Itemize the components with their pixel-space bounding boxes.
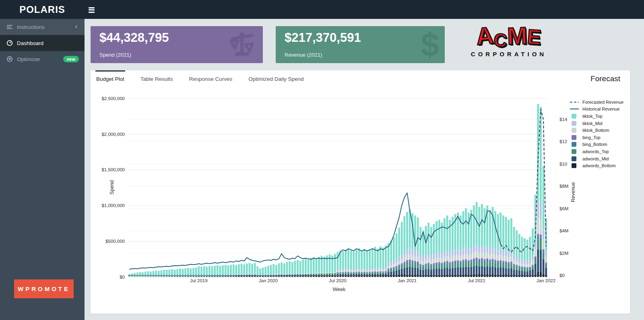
arrow-up-circle-icon: [6, 56, 13, 62]
svg-text:$0: $0: [559, 273, 565, 278]
legend-item-tiktok-bottom[interactable]: tiktok_Bottom: [568, 127, 629, 134]
top-bar: POLARIS: [0, 0, 644, 19]
acme-corporation-logo: ACME CORPORATION: [454, 24, 564, 63]
app-logo: POLARIS: [0, 0, 85, 19]
legend-label: Historical Revenue: [582, 107, 619, 111]
revenue-kpi-value: $217,370,591: [285, 31, 361, 45]
svg-text:Jan 2021: Jan 2021: [398, 278, 417, 283]
collapse-chevron-icon[interactable]: ‹: [75, 23, 77, 30]
balance-scale-icon: [227, 29, 257, 60]
dashboard-panel: Budget Plot Table Results Response Curve…: [91, 70, 630, 314]
color-swatch: [568, 135, 580, 140]
svg-text:$6M: $6M: [559, 206, 568, 211]
solid-line-sample: [568, 107, 580, 111]
budget-plot-chart[interactable]: $2,500,000$2,000,000$1,500,000$1,000,000…: [97, 92, 628, 311]
sidebar-item-instructions[interactable]: Instructions ‹: [0, 19, 85, 35]
tab-budget-plot[interactable]: Budget Plot: [95, 70, 125, 86]
legend-item-forecasted revenue[interactable]: Forecasted Revenue: [568, 98, 629, 106]
color-swatch: [568, 156, 580, 161]
svg-text:$4M: $4M: [559, 228, 568, 233]
color-swatch: [568, 163, 580, 168]
legend-label: adwords_Bottom: [582, 163, 616, 168]
spend-kpi-value: $44,328,795: [99, 31, 169, 45]
color-swatch: [568, 114, 580, 119]
legend-label: tiktok_Mid: [582, 121, 603, 126]
sidebar-item-label: Instructions: [17, 24, 45, 30]
svg-text:$2,500,000: $2,500,000: [101, 96, 125, 101]
chart-legend: Forecasted RevenueHistorical Revenuetikt…: [568, 98, 629, 169]
legend-label: tiktok_Bottom: [582, 128, 609, 133]
dashed-line-sample: [568, 100, 580, 104]
svg-text:$2,000,000: $2,000,000: [101, 132, 125, 137]
wpromote-logo: WPROMOTE: [14, 279, 74, 298]
svg-text:$2M: $2M: [559, 251, 568, 256]
color-swatch: [568, 128, 580, 133]
hamburger-menu-icon[interactable]: [89, 6, 95, 13]
tab-table-results[interactable]: Table Results: [140, 70, 174, 86]
legend-label: adwords_Mid: [582, 156, 609, 161]
svg-text:$10: $10: [559, 162, 567, 166]
sidebar-item-label: Dashboard: [17, 40, 43, 46]
svg-text:$500,000: $500,000: [105, 239, 125, 244]
sidebar: Instructions ‹ Dashboard Optimizer new W…: [0, 19, 85, 320]
acme-subtitle: CORPORATION: [454, 51, 564, 57]
legend-label: adwords_Top: [582, 149, 609, 154]
svg-text:$8M: $8M: [559, 184, 568, 189]
svg-text:Revenue: Revenue: [570, 182, 576, 202]
new-badge: new: [63, 56, 79, 62]
sidebar-item-label: Optimizer: [17, 56, 40, 62]
legend-item-adwords-mid[interactable]: adwords_Mid: [568, 155, 629, 162]
legend-label: tiktok_Top: [582, 114, 603, 119]
legend-item-tiktok-mid[interactable]: tiktok_Mid: [568, 120, 629, 127]
dollar-icon: $: [421, 28, 439, 61]
legend-item-adwords-top[interactable]: adwords_Top: [568, 148, 629, 155]
tab-response-curves[interactable]: Response Curves: [188, 70, 233, 86]
legend-item-bing-bottom[interactable]: bing_Bottom: [568, 141, 629, 148]
legend-item-adwords-bottom[interactable]: adwords_Bottom: [568, 162, 629, 169]
color-swatch: [568, 142, 580, 147]
spend-kpi-label: Spend (2021): [99, 52, 131, 58]
svg-text:Jul 2019: Jul 2019: [190, 278, 207, 283]
color-swatch: [568, 149, 580, 154]
legend-item-bing-top[interactable]: bing_Top: [568, 134, 629, 141]
tab-bar: Budget Plot Table Results Response Curve…: [91, 70, 319, 86]
sidebar-item-dashboard[interactable]: Dashboard: [0, 35, 85, 51]
svg-text:Jul 2020: Jul 2020: [329, 278, 346, 283]
list-lines-icon: [6, 24, 13, 30]
svg-text:Jul 2021: Jul 2021: [468, 278, 485, 283]
spend-kpi-card: $44,328,795 Spend (2021): [91, 26, 263, 63]
revenue-kpi-label: Revenue (2021): [285, 52, 322, 58]
svg-text:$1,500,000: $1,500,000: [101, 167, 125, 172]
legend-item-historical revenue[interactable]: Historical Revenue: [568, 106, 629, 113]
sidebar-item-optimizer[interactable]: Optimizer new: [0, 51, 85, 67]
spend-bars: [128, 104, 547, 277]
legend-label: bing_Bottom: [582, 142, 607, 147]
acme-wordmark: ACME: [454, 24, 564, 49]
svg-text:$14: $14: [559, 117, 568, 122]
forecasted-revenue-line: [501, 109, 546, 252]
legend-label: bing_Top: [582, 135, 601, 140]
svg-text:Jan 2020: Jan 2020: [259, 278, 278, 283]
color-swatch: [568, 121, 580, 126]
legend-item-tiktok-top[interactable]: tiktok_Top: [568, 113, 629, 120]
svg-text:Spend: Spend: [109, 180, 115, 195]
legend-label: Forecasted Revenue: [582, 100, 623, 105]
svg-text:Jan 2022: Jan 2022: [537, 278, 555, 283]
revenue-kpi-card: $217,370,591 Revenue (2021) $: [276, 26, 445, 63]
svg-text:$12: $12: [559, 139, 567, 144]
gauge-icon: [6, 40, 13, 46]
svg-text:$1,000,000: $1,000,000: [101, 203, 125, 208]
tab-optimized-daily-spend[interactable]: Optimized Daily Spend: [248, 70, 304, 86]
svg-text:Week: Week: [332, 287, 345, 292]
forecast-label: Forecast: [590, 74, 620, 83]
svg-text:$0: $0: [120, 275, 125, 279]
